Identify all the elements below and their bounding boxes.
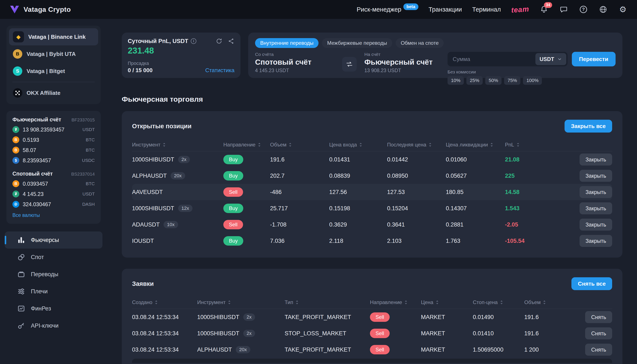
cell-side: Sell <box>370 329 421 338</box>
orders-table: Создано Инструмент Тип Направление Цена … <box>132 296 612 363</box>
close-position-button[interactable]: Закрыть <box>579 218 612 230</box>
col-entry-price[interactable]: Цена входа <box>329 142 387 148</box>
sidebar-item-futures[interactable]: Фьючерсы <box>5 232 102 248</box>
close-position-button[interactable]: Закрыть <box>579 186 612 198</box>
percent-75-button[interactable]: 75% <box>504 76 520 85</box>
brand-name: Vataga Crypto <box>24 6 71 14</box>
amount-input[interactable] <box>448 56 534 62</box>
support-chat-icon[interactable] <box>559 5 568 14</box>
col-liq-price[interactable]: Цена ликвидации <box>446 142 505 148</box>
tab-internal-transfers[interactable]: Внутренние переводы <box>255 38 318 48</box>
col-instrument[interactable]: Инструмент <box>132 142 223 148</box>
balance-ticker: DASH <box>82 202 95 207</box>
cell-last: 0.01442 <box>387 156 446 163</box>
col-last-price[interactable]: Последняя цена <box>387 142 446 148</box>
to-account-name: Фьючерсный счёт <box>364 58 444 66</box>
sidebar-item-api-keys[interactable]: API-ключи <box>5 317 102 334</box>
swap-accounts-button[interactable] <box>342 57 357 72</box>
col-label: Инструмент <box>197 299 225 305</box>
order-row: 03.08.24 12:53:34 ALPHAUSDT20x TAKE_PROF… <box>132 342 612 358</box>
close-position-button[interactable]: Закрыть <box>579 202 612 214</box>
settings-gear-icon[interactable]: ⚙ <box>618 5 627 14</box>
percent-buttons: 10% 25% 50% 75% 100% <box>448 76 615 85</box>
col-stop-price[interactable]: Стоп-цена <box>473 299 524 305</box>
positions-table: Инструмент Направление Объем Цена входа … <box>132 138 612 249</box>
cell-liq: 180.85 <box>446 189 505 196</box>
btc-icon: B <box>13 180 19 187</box>
cell-price: MARKET <box>421 330 473 337</box>
tab-interexchange-transfers[interactable]: Межбиржевые переводы <box>322 38 392 48</box>
account-okx-affiliate[interactable]: OKX Affiliate <box>9 84 98 102</box>
col-volume[interactable]: Объем <box>270 142 329 148</box>
percent-100-button[interactable]: 100% <box>523 76 542 85</box>
futures-account-header: Фьючерсный счёт BF2337015 <box>13 116 95 123</box>
col-instrument[interactable]: Инструмент <box>197 299 285 305</box>
info-icon[interactable]: i <box>191 38 196 44</box>
language-globe-icon[interactable] <box>598 5 608 14</box>
col-pnl[interactable]: PnL <box>505 142 571 148</box>
cell-side: Buy <box>223 155 270 164</box>
drawdown-label: Просадка <box>128 60 153 66</box>
nav-risk-manager-label: Риск-менеджер <box>357 6 402 13</box>
usdc-icon: $ <box>13 157 19 164</box>
col-volume[interactable]: Объем <box>524 299 571 305</box>
brand[interactable]: Vataga Crypto <box>10 5 71 14</box>
account-bybit-uta[interactable]: B Vataga | Bybit UTA <box>9 46 98 62</box>
statistics-link[interactable]: Статистика <box>205 67 234 74</box>
percent-25-button[interactable]: 25% <box>466 76 483 85</box>
account-bitget[interactable]: S Vataga | Bitget <box>9 62 98 80</box>
cell-price: MARKET <box>421 346 473 353</box>
col-label: Стоп-цена <box>473 299 498 305</box>
refresh-icon[interactable] <box>216 38 222 44</box>
leverage-badge: 10x <box>164 221 178 228</box>
team-logo[interactable]: team <box>511 5 529 14</box>
sidebar-item-transfers[interactable]: Переводы <box>5 266 102 283</box>
cell-volume: -1.708 <box>270 222 329 228</box>
transfer-from-account[interactable]: Со счёта Спотовый счёт 4 145.23 USDT <box>255 52 334 85</box>
currency-select[interactable]: USDT <box>535 53 566 65</box>
transfer-submit-button[interactable]: Перевести <box>572 52 615 66</box>
cell-instrument: ALPHAUSDT20x <box>132 172 223 180</box>
balance-ticker: BTC <box>86 148 95 153</box>
help-icon[interactable]: ? <box>579 5 588 14</box>
col-side[interactable]: Направление <box>370 299 421 305</box>
cancel-order-button[interactable]: Снять <box>585 311 612 323</box>
nav-risk-manager[interactable]: Риск-менеджер beta <box>357 6 418 13</box>
share-icon[interactable] <box>228 38 234 44</box>
chevron-down-icon <box>557 57 562 62</box>
okx-icon <box>13 88 22 98</box>
sidebar-item-spot[interactable]: Спот <box>5 248 102 266</box>
percent-50-button[interactable]: 50% <box>485 76 502 85</box>
nav-terminal[interactable]: Терминал <box>472 6 501 13</box>
sort-icon <box>490 142 493 147</box>
position-row: 1000SHIBUSDT12x Buy 25.717 0.15198 0.152… <box>132 200 612 216</box>
close-position-button[interactable]: Закрыть <box>579 154 612 166</box>
col-created[interactable]: Создано <box>132 299 197 305</box>
sort-icon <box>258 142 261 147</box>
buy-badge: Buy <box>223 236 243 246</box>
col-label: Создано <box>132 299 152 305</box>
cancel-all-orders-button[interactable]: Снять все <box>571 277 612 290</box>
nav-transactions[interactable]: Транзакции <box>429 6 462 13</box>
col-type[interactable]: Тип <box>285 299 370 305</box>
cell-entry: 127.56 <box>329 189 387 196</box>
percent-10-button[interactable]: 10% <box>448 76 464 85</box>
close-position-button[interactable]: Закрыть <box>579 235 612 247</box>
close-position-button[interactable]: Закрыть <box>579 170 612 182</box>
cell-instrument: ADAUSDT10x <box>132 221 223 228</box>
sidebar-item-leverage[interactable]: Плечи <box>5 283 102 300</box>
close-all-button[interactable]: Закрыть все <box>564 120 612 132</box>
sell-badge: Sell <box>370 345 390 354</box>
account-binance-link[interactable]: ◆ Vataga | Binance Link <box>9 28 98 46</box>
cancel-order-button[interactable]: Снять <box>585 328 612 340</box>
cancel-order-button[interactable]: Снять <box>585 344 612 356</box>
top-nav-links: Риск-менеджер beta Транзакции Терминал t… <box>357 5 627 14</box>
col-side[interactable]: Направление <box>223 142 270 148</box>
transfer-to-account[interactable]: На счёт Фьючерсный счёт 13 908.23 USDT <box>364 52 444 85</box>
order-row: 03.08.24 12:53:34 1000SHIBUSDT2x STOP_LO… <box>132 325 612 342</box>
all-currencies-link[interactable]: Все валюты <box>13 212 40 218</box>
sidebar-item-finres[interactable]: ФинРез <box>5 300 102 317</box>
col-price[interactable]: Цена <box>421 299 473 305</box>
tab-spot-exchange[interactable]: Обмен на споте <box>396 38 444 48</box>
notifications-bell-icon[interactable]: 34 <box>539 5 549 14</box>
